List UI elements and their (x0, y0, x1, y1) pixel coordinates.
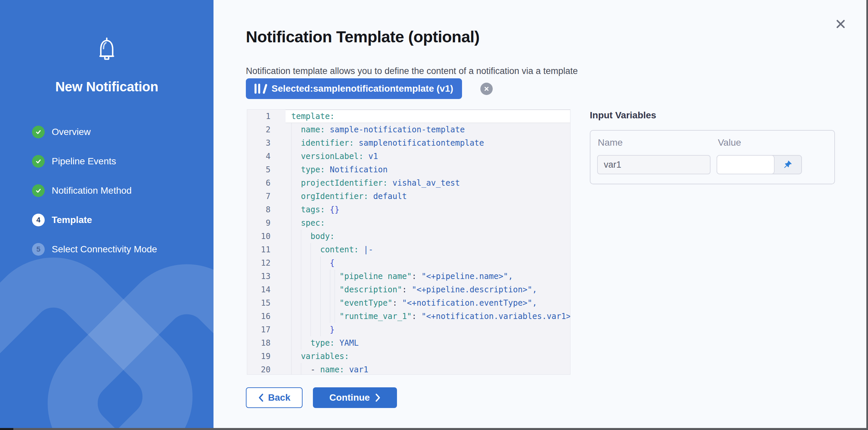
continue-button[interactable]: Continue (313, 387, 397, 408)
indent-guide (330, 283, 330, 296)
page-subtitle: Notification template allows you to defi… (246, 66, 578, 76)
indent-guide (291, 336, 291, 350)
editor-line-11[interactable]: 11 content: |- (247, 243, 570, 256)
code-line-content: type: YAML (285, 336, 570, 350)
sidebar-step-label: Notification Method (52, 185, 132, 196)
variable-value-input[interactable] (717, 155, 775, 174)
sidebar-step-overview[interactable]: Overview (32, 125, 157, 139)
continue-button-label: Continue (329, 392, 370, 403)
indent-guide (311, 296, 311, 310)
line-number: 8 (247, 203, 285, 216)
screen-right-edge (866, 0, 868, 430)
pin-value-type-button[interactable] (774, 156, 801, 174)
indent-guide (311, 256, 311, 270)
sidebar-step-pipeline-events[interactable]: Pipeline Events (32, 154, 157, 169)
sidebar-title: New Notification (0, 79, 214, 94)
code-line-content: name: sample-notification-template (285, 123, 570, 136)
circle-x-icon (484, 86, 490, 92)
indent-guide (320, 296, 320, 310)
variable-value-group (717, 155, 802, 174)
screen-bottom-edge (0, 428, 868, 430)
editor-line-7[interactable]: 7 orgIdentifier: default (247, 190, 570, 203)
indent-guide (301, 256, 301, 270)
code-line-content: type: Notification (285, 163, 570, 176)
editor-line-4[interactable]: 4 versionLabel: v1 (247, 150, 570, 163)
value-column-label: Value (718, 137, 741, 148)
code-line-content: content: |- (285, 243, 570, 256)
indent-guide (291, 163, 291, 176)
editor-line-5[interactable]: 5 type: Notification (247, 163, 570, 176)
indent-guide (291, 310, 291, 323)
name-column-label: Name (598, 137, 623, 148)
close-icon[interactable] (833, 16, 848, 31)
line-number: 18 (247, 336, 285, 350)
editor-line-17[interactable]: 17 } (247, 323, 570, 336)
indent-guide (330, 310, 330, 323)
line-number: 6 (247, 176, 285, 190)
code-line-content: identifier: samplenotificationtemplate (285, 136, 570, 150)
indent-guide (301, 270, 301, 283)
indent-guide (335, 270, 335, 283)
line-number: 15 (247, 296, 285, 310)
line-number: 20 (247, 363, 285, 375)
sidebar-step-label: Template (52, 215, 92, 225)
editor-line-14[interactable]: 14 "description": "<+pipeline.descriptio… (247, 283, 570, 296)
line-number: 3 (247, 136, 285, 150)
indent-guide (301, 336, 301, 350)
code-line-content: orgIdentifier: default (285, 190, 570, 203)
wizard-steps: OverviewPipeline EventsNotification Meth… (32, 125, 157, 271)
remove-template-button[interactable] (480, 83, 493, 95)
line-number: 13 (247, 270, 285, 283)
variable-name-input[interactable]: var1 (597, 155, 711, 174)
line-number: 10 (247, 230, 285, 243)
new-notification-wizard: New Notification OverviewPipeline Events… (0, 0, 868, 430)
editor-line-16[interactable]: 16 "runtime_var_1": "<+notification.vari… (247, 310, 570, 323)
selected-template-chip[interactable]: Selected:samplenotificationtemplate (v1) (246, 78, 462, 99)
indent-guide (311, 323, 311, 336)
editor-line-12[interactable]: 12 { (247, 256, 570, 270)
code-line-content: "eventType": "<+notification.eventType>"… (285, 296, 570, 310)
indent-guide (291, 243, 291, 256)
editor-line-13[interactable]: 13 "pipeline name": "<+pipeline.name>", (247, 270, 570, 283)
code-line-content: { (285, 256, 570, 270)
editor-line-15[interactable]: 15 "eventType": "<+notification.eventTyp… (247, 296, 570, 310)
editor-line-6[interactable]: 6 projectIdentifier: vishal_av_test (247, 176, 570, 190)
indent-guide (301, 230, 301, 243)
code-line-content: "runtime_var_1": "<+notification.variabl… (285, 310, 570, 323)
editor-line-18[interactable]: 18 type: YAML (247, 336, 570, 350)
sidebar-step-notification-method[interactable]: Notification Method (32, 183, 157, 198)
indent-guide (291, 203, 291, 216)
code-line-content: "pipeline name": "<+pipeline.name>", (285, 270, 570, 283)
line-number: 7 (247, 190, 285, 203)
editor-line-20[interactable]: 20 - name: var1 (247, 363, 570, 375)
indent-guide (320, 323, 320, 336)
indent-guide (301, 283, 301, 296)
code-line-content: versionLabel: v1 (285, 150, 570, 163)
indent-guide (291, 176, 291, 190)
sidebar-step-label: Select Connectivity Mode (52, 244, 157, 255)
editor-line-19[interactable]: 19 variables: (247, 350, 570, 363)
indent-guide (320, 310, 320, 323)
code-line-content: variables: (285, 350, 570, 363)
indent-guide (335, 283, 335, 296)
sidebar-step-template[interactable]: 4Template (32, 213, 157, 227)
editor-line-9[interactable]: 9 spec: (247, 216, 570, 230)
indent-guide (291, 216, 291, 230)
line-number: 9 (247, 216, 285, 230)
indent-guide (301, 363, 301, 375)
back-button[interactable]: Back (246, 387, 303, 408)
code-line-content: "description": "<+pipeline.description>"… (285, 283, 570, 296)
chevron-left-icon (258, 393, 264, 402)
sidebar-step-select-connectivity-mode[interactable]: 5Select Connectivity Mode (32, 242, 157, 257)
editor-line-8[interactable]: 8 tags: {} (247, 203, 570, 216)
editor-line-1[interactable]: 1template: (247, 110, 570, 123)
line-number: 14 (247, 283, 285, 296)
indent-guide (320, 270, 320, 283)
indent-guide (311, 270, 311, 283)
indent-guide (291, 283, 291, 296)
line-number: 12 (247, 256, 285, 270)
editor-line-10[interactable]: 10 body: (247, 230, 570, 243)
editor-line-3[interactable]: 3 identifier: samplenotificationtemplate (247, 136, 570, 150)
yaml-editor[interactable]: 1template:2 name: sample-notification-te… (247, 109, 570, 375)
editor-line-2[interactable]: 2 name: sample-notification-template (247, 123, 570, 136)
